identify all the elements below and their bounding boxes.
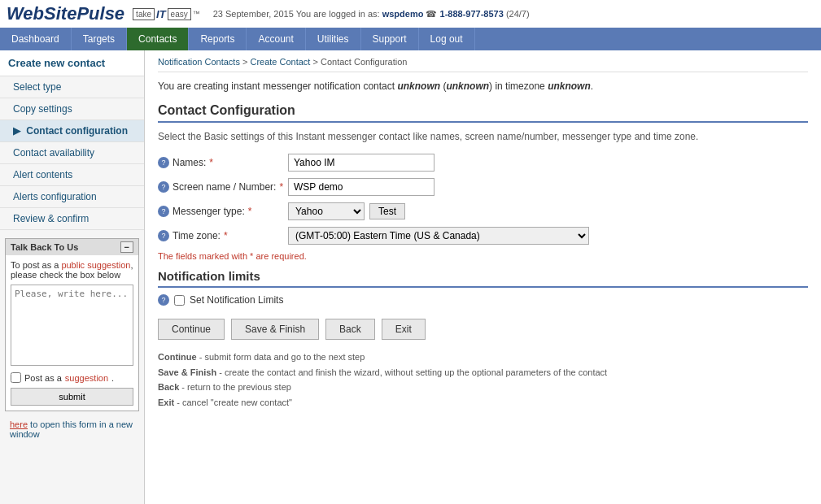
nav-reports[interactable]: Reports (189, 28, 247, 50)
nav-contacts[interactable]: Contacts (127, 28, 189, 50)
messenger-help-icon[interactable]: ? (158, 206, 169, 217)
nav-logout[interactable]: Log out (419, 28, 475, 50)
back-button[interactable]: Back (325, 319, 375, 340)
action-desc-save: Save & Finish - create the contact and f… (158, 365, 808, 380)
sidebar-item-alerts-config[interactable]: Alerts configuration (0, 186, 144, 208)
minimize-icon[interactable]: − (120, 241, 133, 253)
messenger-type-row: ? Messenger type: * Yahoo AIM ICQ Jabber… (158, 202, 808, 220)
talk-back-widget: Talk Back To Us − To post as a public su… (5, 238, 139, 411)
names-input[interactable] (288, 154, 435, 172)
names-label: ? Names: * (158, 157, 288, 168)
timezone-select[interactable]: (GMT-05:00) Eastern Time (US & Canada) (… (288, 227, 589, 245)
timezone-label: ? Time zone: * (158, 230, 288, 241)
sidebar-item-copy-settings[interactable]: Copy settings (0, 98, 144, 120)
nav-dashboard[interactable]: Dashboard (0, 28, 72, 50)
sidebar-item-contact-availability[interactable]: Contact availability (0, 142, 144, 164)
talk-back-header: Talk Back To Us − (6, 239, 138, 255)
talk-back-body: To post as a public suggestion, please c… (6, 255, 138, 411)
notif-limits-title: Notification limits (158, 269, 808, 288)
contact-form: ? Names: * ? Screen name / Number: * ? (158, 154, 808, 261)
open-form-anchor[interactable]: here (10, 419, 28, 429)
sidebar-item-contact-config[interactable]: ▶ Contact configuration (0, 120, 144, 142)
public-suggestion-link[interactable]: public suggestion (61, 260, 130, 270)
breadcrumb: Notification Contacts > Create Contact >… (158, 50, 808, 72)
names-help-icon[interactable]: ? (158, 157, 169, 168)
suggestion-link[interactable]: suggestion (65, 373, 108, 383)
open-form-link: here to open this form in a new window (5, 419, 139, 444)
post-suggestion-checkbox[interactable] (11, 372, 21, 383)
intro-text: You are creating instant messenger notif… (158, 80, 808, 92)
continue-button[interactable]: Continue (158, 319, 225, 340)
arrow-icon: ▶ (13, 125, 20, 137)
timezone-help-icon[interactable]: ? (158, 230, 169, 241)
sidebar: Create new contact Select type Copy sett… (0, 50, 145, 504)
screen-label: ? Screen name / Number: * (158, 181, 288, 193)
username-link[interactable]: wspdemo (382, 9, 424, 19)
breadcrumb-current: Contact Configuration (321, 57, 407, 67)
submit-button[interactable]: submit (11, 388, 133, 406)
names-row: ? Names: * (158, 154, 808, 172)
action-desc-back: Back - return to the previous step (158, 380, 808, 395)
unknown-name2: unknown (446, 80, 489, 92)
messenger-type-select[interactable]: Yahoo AIM ICQ Jabber MSN Google Talk (288, 202, 365, 220)
notification-limits: Notification limits ? Set Notification L… (158, 269, 808, 306)
main-content: Notification Contacts > Create Contact >… (145, 50, 821, 504)
action-descriptions: Continue - submit form data and go to th… (158, 350, 808, 411)
test-button[interactable]: Test (369, 203, 405, 219)
action-buttons: Continue Save & Finish Back Exit (158, 319, 808, 340)
phone-link[interactable]: 1-888-977-8573 (440, 9, 504, 19)
screen-name-input[interactable] (288, 178, 435, 196)
header: WebSitePulse take IT easy ™ 23 September… (0, 0, 821, 28)
section-title: Contact Configuration (158, 103, 808, 123)
header-info: 23 September, 2015 You are logged in as:… (213, 9, 530, 20)
logo-tagline: take IT easy ™ (133, 8, 200, 20)
nav-utilities[interactable]: Utilities (306, 28, 361, 50)
breadcrumb-create-contact[interactable]: Create Contact (250, 57, 310, 67)
notif-limits-row: ? Set Notification Limits (158, 294, 808, 306)
screen-help-icon[interactable]: ? (158, 181, 169, 193)
screen-name-row: ? Screen name / Number: * (158, 178, 808, 196)
set-notif-limits-checkbox[interactable] (174, 295, 185, 306)
action-desc-exit: Exit - cancel "create new contact" (158, 395, 808, 411)
nav-targets[interactable]: Targets (72, 28, 127, 50)
required-note: The fields marked with * are required. (158, 251, 808, 261)
sidebar-item-alert-contents[interactable]: Alert contents (0, 164, 144, 186)
nav-support[interactable]: Support (361, 28, 419, 50)
timezone-row: ? Time zone: * (GMT-05:00) Eastern Time … (158, 227, 808, 245)
timezone-required: * (224, 230, 228, 241)
screen-required: * (279, 181, 283, 193)
save-finish-button[interactable]: Save & Finish (231, 319, 319, 340)
notif-limits-label: Set Notification Limits (190, 294, 283, 306)
sidebar-item-select-type[interactable]: Select type (0, 76, 144, 98)
breadcrumb-notification-contacts[interactable]: Notification Contacts (158, 57, 240, 67)
talk-back-textarea[interactable] (11, 285, 133, 366)
nav-bar: Dashboard Targets Contacts Reports Accou… (0, 28, 821, 50)
notif-limits-help-icon[interactable]: ? (158, 294, 169, 306)
logo: WebSitePulse (7, 3, 124, 24)
nav-account[interactable]: Account (247, 28, 305, 50)
talk-back-title: Talk Back To Us (11, 242, 78, 252)
exit-button[interactable]: Exit (382, 319, 426, 340)
messenger-label: ? Messenger type: * (158, 206, 288, 217)
names-required: * (209, 157, 213, 168)
messenger-required: * (248, 206, 252, 217)
unknown-name: unknown (397, 80, 440, 92)
post-suggestion-row: Post as a suggestion. (11, 372, 133, 383)
action-desc-continue: Continue - submit form data and go to th… (158, 350, 808, 365)
sidebar-title: Create new contact (0, 50, 144, 76)
unknown-timezone: unknown (548, 80, 591, 92)
layout: Create new contact Select type Copy sett… (0, 50, 821, 504)
section-desc: Select the Basic settings of this Instan… (158, 131, 808, 142)
sidebar-item-review-confirm[interactable]: Review & confirm (0, 208, 144, 230)
